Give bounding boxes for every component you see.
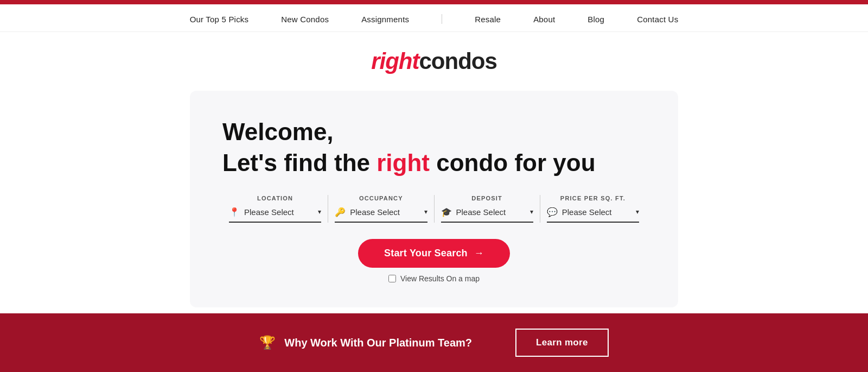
search-actions: Start Your Search → View Results On a ma… xyxy=(222,239,646,283)
logo-area: rightcondos xyxy=(0,32,868,85)
nav-our-top-5-picks[interactable]: Our Top 5 Picks xyxy=(190,15,249,24)
tagline-highlight: right xyxy=(376,149,430,176)
price-icon: 💬 xyxy=(547,207,558,217)
location-icon: 📍 xyxy=(229,207,240,217)
tagline-prefix: Let's find the xyxy=(222,149,376,176)
footer-banner: 🏆 Why Work With Our Platinum Team? Learn… xyxy=(0,313,868,372)
deposit-chevron-icon: ▾ xyxy=(530,208,533,216)
logo-condos: condos xyxy=(419,48,496,74)
map-checkbox-input[interactable] xyxy=(388,275,396,282)
occupancy-select[interactable]: Please Select xyxy=(350,207,419,217)
nav-assignments[interactable]: Assignments xyxy=(361,15,409,24)
filter-deposit-label: DEPOSIT xyxy=(441,195,533,201)
tagline-suffix: condo for you xyxy=(430,149,596,176)
filter-deposit-select-row: 🎓 Please Select ▾ xyxy=(441,207,533,223)
site-logo[interactable]: rightcondos xyxy=(371,48,497,74)
filter-occupancy-label: OCCUPANCY xyxy=(335,195,427,201)
filter-price-sqft: PRICE PER SQ. FT. 💬 Please Select ▾ xyxy=(540,195,646,223)
footer-cta-text: Why Work With Our Platinum Team? xyxy=(284,337,472,349)
nav-divider xyxy=(442,14,442,24)
tagline-heading: Let's find the right condo for you xyxy=(222,149,646,178)
filter-location: LOCATION 📍 Please Select ▾ xyxy=(222,195,328,223)
deposit-icon: 🎓 xyxy=(441,207,452,217)
welcome-text: Welcome, Let's find the right condo for … xyxy=(222,118,646,178)
nav-contact-us[interactable]: Contact Us xyxy=(637,15,678,24)
nav-resale[interactable]: Resale xyxy=(475,15,501,24)
filter-location-select-row: 📍 Please Select ▾ xyxy=(229,207,321,223)
footer-cta: 🏆 Why Work With Our Platinum Team? xyxy=(259,335,472,350)
filter-location-label: LOCATION xyxy=(229,195,321,201)
top-bar xyxy=(0,0,868,4)
location-chevron-icon: ▾ xyxy=(318,208,321,216)
search-button[interactable]: Start Your Search → xyxy=(358,239,510,268)
filter-price-sqft-label: PRICE PER SQ. FT. xyxy=(547,195,639,201)
filter-occupancy-select-row: 🔑 Please Select ▾ xyxy=(335,207,427,223)
logo-right: right xyxy=(371,48,419,74)
nav-about[interactable]: About xyxy=(533,15,555,24)
welcome-heading: Welcome, xyxy=(222,118,646,147)
filter-occupancy: OCCUPANCY 🔑 Please Select ▾ xyxy=(328,195,434,223)
filter-price-sqft-select-row: 💬 Please Select ▾ xyxy=(547,207,639,223)
search-button-label: Start Your Search xyxy=(384,248,468,259)
nav-new-condos[interactable]: New Condos xyxy=(281,15,329,24)
filter-deposit: DEPOSIT 🎓 Please Select ▾ xyxy=(435,195,540,223)
learn-more-button[interactable]: Learn more xyxy=(515,329,609,357)
map-checkbox-label[interactable]: View Results On a map xyxy=(388,274,480,283)
filters-row: LOCATION 📍 Please Select ▾ OCCUPANCY 🔑 P… xyxy=(222,195,646,223)
map-checkbox-text: View Results On a map xyxy=(400,274,480,283)
key-icon: 🔑 xyxy=(335,207,346,217)
location-select[interactable]: Please Select xyxy=(244,207,314,217)
deposit-select[interactable]: Please Select xyxy=(456,207,526,217)
price-sqft-chevron-icon: ▾ xyxy=(636,208,639,216)
search-arrow-icon: → xyxy=(474,248,484,259)
search-card: Welcome, Let's find the right condo for … xyxy=(190,91,678,307)
main-nav: Our Top 5 Picks New Condos Assignments R… xyxy=(0,4,868,32)
nav-blog[interactable]: Blog xyxy=(588,15,604,24)
price-sqft-select[interactable]: Please Select xyxy=(562,207,631,217)
trophy-icon: 🏆 xyxy=(259,335,276,350)
occupancy-chevron-icon: ▾ xyxy=(424,208,427,216)
